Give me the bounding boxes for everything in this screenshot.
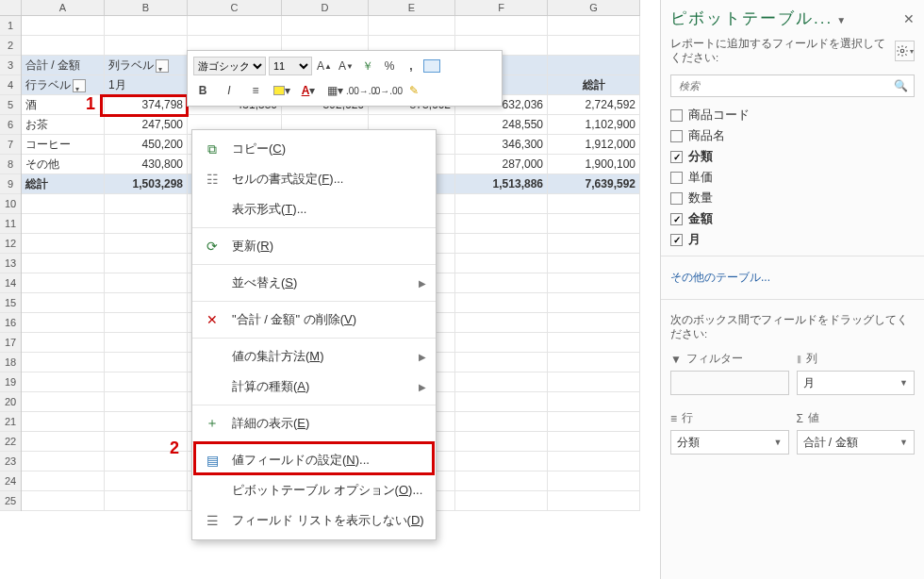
menu-hide-field-list[interactable]: ☰ フィールド リストを表示しない(D) [192,505,436,536]
close-icon[interactable]: ✕ [903,11,915,26]
cell-B7[interactable]: 450,200 [105,135,188,155]
cell-F6[interactable]: 248,550 [455,115,548,135]
chevron-down-icon[interactable]: ▼ [774,438,783,447]
row-6[interactable]: 6 [0,115,21,135]
chevron-down-icon[interactable]: ▼ [899,378,908,388]
increase-font-icon[interactable]: A▲ [315,57,334,75]
menu-sort[interactable]: 並べ替え(S) ▶ [192,268,436,298]
row-22[interactable]: 22 [0,432,21,452]
panel-title-dropdown-icon[interactable]: ▼ [836,15,846,25]
row-15[interactable]: 15 [0,293,21,313]
table-format-icon[interactable] [423,59,440,73]
grand-total-row[interactable]: 総計 [22,174,105,194]
font-select[interactable]: 游ゴシック [193,57,266,75]
checkbox-icon[interactable]: ✓ [670,234,683,246]
row-other[interactable]: その他 [22,155,105,174]
font-size-select[interactable]: 11 [269,57,312,75]
field-item-1[interactable]: 商品名 [670,125,915,146]
cell-B6[interactable]: 247,500 [105,115,188,135]
cell-F8[interactable]: 287,000 [455,155,548,174]
checkbox-icon[interactable] [670,172,683,184]
row-14[interactable]: 14 [0,273,21,293]
row-3[interactable]: 3 [0,56,21,75]
row-23[interactable]: 23 [0,452,21,471]
cell-B9[interactable]: 1,503,298 [105,174,188,194]
col-B[interactable]: B [105,0,188,15]
decrease-font-icon[interactable]: A▼ [337,57,355,75]
other-tables-link[interactable]: その他のテーブル... [661,262,924,293]
row-13[interactable]: 13 [0,254,21,273]
percent-format-icon[interactable]: % [380,57,399,75]
checkbox-icon[interactable] [670,130,683,142]
row-19[interactable]: 19 [0,372,21,392]
field-item-3[interactable]: 単価 [670,167,915,188]
row-2[interactable]: 2 [0,36,21,56]
cell-G6[interactable]: 1,102,900 [548,115,640,135]
zone-val-box[interactable]: 合計 / 金額▼ [797,430,916,455]
menu-calc[interactable]: 計算の種類(A) ▶ [192,372,436,402]
checkbox-icon[interactable] [670,109,683,122]
month-header[interactable]: 1月 [105,75,188,95]
row-10[interactable]: 10 [0,194,21,214]
increase-decimal-icon[interactable]: .00→.0 [352,81,371,100]
row-5[interactable]: 5 [0,95,21,115]
menu-summarize[interactable]: 値の集計方法(M) ▶ [192,341,436,372]
checkbox-icon[interactable]: ✓ [670,151,683,163]
cell-B8[interactable]: 430,800 [105,155,188,174]
chevron-down-icon[interactable]: ▼ [899,438,908,447]
fill-color-icon[interactable]: ▾ [272,81,291,100]
row-7[interactable]: 7 [0,135,21,155]
row-12[interactable]: 12 [0,234,21,254]
col-G[interactable]: G [548,0,640,15]
menu-display-format[interactable]: 表示形式(T)... [192,194,436,224]
menu-copy[interactable]: ⧉ コピー(C) [192,134,436,164]
field-item-5[interactable]: ✓金額 [670,208,915,229]
col-C[interactable]: C [188,0,282,15]
row-20[interactable]: 20 [0,392,21,412]
zone-col-box[interactable]: 月▼ [797,371,916,395]
row-8[interactable]: 8 [0,155,21,174]
bold-icon[interactable]: B [193,81,212,100]
cell-F7[interactable]: 346,300 [455,135,548,155]
italic-icon[interactable]: I [220,81,239,100]
row-9[interactable]: 9 [0,174,21,194]
field-item-6[interactable]: ✓月 [670,229,915,250]
cell-F9[interactable]: 1,513,886 [455,174,548,194]
col-D[interactable]: D [282,0,369,15]
col-F[interactable]: F [455,0,548,15]
row-labels-header[interactable]: 行ラベル [22,75,105,95]
col-A[interactable]: A [22,0,105,15]
row-1[interactable]: 1 [0,16,21,36]
cell-G7[interactable]: 1,912,000 [548,135,640,155]
row-tea[interactable]: お茶 [22,115,105,135]
format-painter-icon[interactable]: ✎ [404,81,423,100]
search-input[interactable] [677,79,894,92]
cell-G5[interactable]: 2,724,592 [548,95,640,115]
row-25[interactable]: 25 [0,491,21,511]
menu-show-detail[interactable]: ＋ 詳細の表示(E) [192,408,436,438]
checkbox-icon[interactable] [670,192,683,205]
field-item-4[interactable]: 数量 [670,188,915,208]
decrease-decimal-icon[interactable]: .0→.00 [378,81,397,100]
cell-G8[interactable]: 1,900,100 [548,155,640,174]
menu-refresh[interactable]: ⟳ 更新(R) [192,231,436,261]
pivot-values-label[interactable]: 合計 / 金額 [22,56,105,75]
menu-remove[interactable]: ✕ "合計 / 金額" の削除(V) [192,305,436,335]
menu-cell-format[interactable]: ☷ セルの書式設定(F)... [192,164,436,194]
col-labels-dropdown[interactable] [156,59,169,73]
checkbox-icon[interactable]: ✓ [670,213,683,225]
comma-format-icon[interactable]: , [402,57,421,75]
col-E[interactable]: E [369,0,455,15]
accounting-format-icon[interactable]: ￥ [358,57,377,75]
border-icon[interactable]: ▦▾ [325,81,344,100]
grand-total-col-header[interactable]: 総計 [548,75,640,95]
menu-pivot-options[interactable]: ピボットテーブル オプション(O)... [192,475,436,505]
row-16[interactable]: 16 [0,313,21,333]
field-search[interactable]: 🔍 [670,74,915,97]
row-11[interactable]: 11 [0,214,21,234]
row-21[interactable]: 21 [0,412,21,432]
pivot-col-label-cell[interactable]: 列ラベル [105,56,188,75]
row-labels-dropdown[interactable] [73,79,86,92]
row-18[interactable]: 18 [0,353,21,372]
row-4[interactable]: 4 [0,75,21,95]
